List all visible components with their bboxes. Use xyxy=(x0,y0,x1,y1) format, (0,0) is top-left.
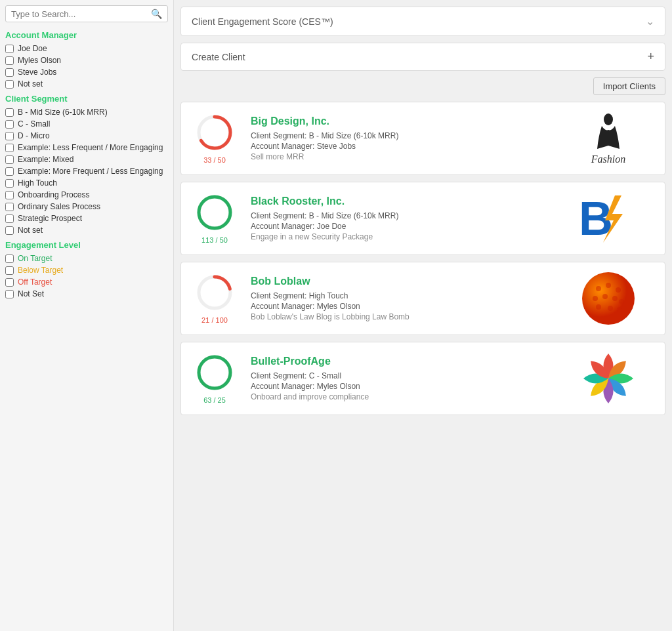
rooster-logo-icon: B xyxy=(576,189,641,248)
filter-label: Joe Doe xyxy=(18,44,47,53)
import-row: Import Clients xyxy=(180,77,665,95)
filter-item[interactable]: Ordinary Sales Process xyxy=(5,202,168,211)
client-segment-section-title: Client Segment xyxy=(5,94,168,104)
filter-checkbox[interactable] xyxy=(5,179,14,188)
filter-label: Example: More Frequent / Less Engaging xyxy=(18,167,163,176)
filter-checkbox[interactable] xyxy=(5,120,14,129)
client-card[interactable]: 63 / 25 Bullet-ProofAge Client Segment: … xyxy=(180,342,665,415)
filter-item[interactable]: Example: More Frequent / Less Engaging xyxy=(5,167,168,176)
filter-checkbox[interactable] xyxy=(5,278,14,287)
filter-label: Example: Mixed xyxy=(18,155,74,164)
filter-checkbox[interactable] xyxy=(5,144,14,152)
filter-label: Ordinary Sales Process xyxy=(18,202,100,211)
filter-item[interactable]: Below Target xyxy=(5,266,168,275)
import-clients-button[interactable]: Import Clients xyxy=(593,77,665,95)
search-container: 🔍 xyxy=(5,5,168,22)
svg-point-12 xyxy=(616,287,621,293)
client-logo xyxy=(562,346,654,411)
filter-label: Not Set xyxy=(18,289,44,298)
orange-ball-icon xyxy=(579,269,638,328)
filter-label: Steve Jobs xyxy=(18,68,56,77)
progress-ring xyxy=(195,273,234,312)
filter-item[interactable]: Example: Less Frequent / More Engaging xyxy=(5,143,168,152)
filter-item[interactable]: High Touch xyxy=(5,178,168,188)
account-manager-section-title: Account Manager xyxy=(5,30,168,40)
client-card[interactable]: 113 / 50 Black Rooster, Inc. Client Segm… xyxy=(180,182,665,255)
filter-checkbox[interactable] xyxy=(5,45,14,53)
filter-label: C - Small xyxy=(18,119,50,129)
filter-item[interactable]: Not set xyxy=(5,226,168,235)
filter-item[interactable]: Not Set xyxy=(5,289,168,298)
filter-checkbox[interactable] xyxy=(5,203,14,211)
filter-item[interactable]: Onboarding Process xyxy=(5,190,168,199)
filter-item[interactable]: Steve Jobs xyxy=(5,68,168,77)
search-input[interactable] xyxy=(11,9,151,19)
svg-point-16 xyxy=(619,299,624,304)
filter-item[interactable]: Myles Olson xyxy=(5,56,168,65)
filter-checkbox[interactable] xyxy=(5,80,14,89)
filter-label: Not set xyxy=(18,226,43,235)
client-segment-filters: B - Mid Size (6-10k MRR) C - Small D - M… xyxy=(5,108,168,235)
svg-point-19 xyxy=(617,307,622,312)
client-logo: B xyxy=(562,186,654,251)
filter-checkbox[interactable] xyxy=(5,266,14,275)
filter-label: Off Target xyxy=(18,277,52,287)
filter-checkbox[interactable] xyxy=(5,56,14,65)
svg-point-2 xyxy=(604,113,613,125)
filter-checkbox[interactable] xyxy=(5,191,14,199)
progress-ring xyxy=(195,113,234,152)
account-manager-filters: Joe Doe Myles Olson Steve Jobs Not set xyxy=(5,44,168,89)
svg-point-17 xyxy=(596,304,601,310)
filter-item[interactable]: C - Small xyxy=(5,119,168,129)
filter-item[interactable]: Off Target xyxy=(5,277,168,287)
filter-item[interactable]: Strategic Prospect xyxy=(5,214,168,223)
filter-label: Not set xyxy=(18,79,43,89)
svg-point-18 xyxy=(608,306,613,311)
client-card[interactable]: 21 / 100 Bob Loblaw Client Segment: High… xyxy=(180,262,665,335)
filter-checkbox[interactable] xyxy=(5,254,14,263)
filter-checkbox[interactable] xyxy=(5,68,14,77)
create-client-label: Create Client xyxy=(192,52,245,62)
filter-label: B - Mid Size (6-10k MRR) xyxy=(18,108,108,117)
filter-item[interactable]: Example: Mixed xyxy=(5,155,168,164)
filter-checkbox[interactable] xyxy=(5,155,14,164)
filter-checkbox[interactable] xyxy=(5,290,14,298)
ces-bar[interactable]: Client Engagement Score (CES™) ⌄ xyxy=(180,7,665,36)
client-card[interactable]: 33 / 50 Big Design, Inc. Client Segment:… xyxy=(180,102,665,175)
filter-item[interactable]: Joe Doe xyxy=(5,44,168,53)
filter-checkbox[interactable] xyxy=(5,132,14,140)
score-circle-container: 21 / 100 xyxy=(192,273,238,324)
filter-checkbox[interactable] xyxy=(5,167,14,176)
pinwheel-icon xyxy=(579,349,638,408)
filter-label: Onboarding Process xyxy=(18,190,89,199)
score-display: 21 / 100 xyxy=(201,316,228,324)
score-circle-container: 33 / 50 xyxy=(192,113,238,164)
main-content: Client Engagement Score (CES™) ⌄ Create … xyxy=(174,0,672,631)
ces-chevron-icon: ⌄ xyxy=(646,15,654,28)
filter-item[interactable]: Not set xyxy=(5,79,168,89)
ces-label: Client Engagement Score (CES™) xyxy=(192,16,333,27)
create-client-plus-icon[interactable]: + xyxy=(647,50,654,64)
client-cards-list: 33 / 50 Big Design, Inc. Client Segment:… xyxy=(180,102,665,415)
progress-ring xyxy=(195,353,234,392)
svg-point-21 xyxy=(199,357,230,388)
score-circle-container: 63 / 25 xyxy=(192,353,238,404)
score-display: 33 / 50 xyxy=(203,156,226,164)
filter-checkbox[interactable] xyxy=(5,108,14,117)
filter-item[interactable]: B - Mid Size (6-10k MRR) xyxy=(5,108,168,117)
score-display: 63 / 25 xyxy=(203,396,226,404)
filter-item[interactable]: On Target xyxy=(5,254,168,263)
sidebar: 🔍 Account Manager Joe Doe Myles Olson St… xyxy=(0,0,174,631)
create-client-bar[interactable]: Create Client + xyxy=(180,43,665,71)
filter-label: High Touch xyxy=(18,178,57,188)
filter-label: Below Target xyxy=(18,266,63,275)
engagement-level-section-title: Engagement Level xyxy=(5,240,168,250)
filter-checkbox[interactable] xyxy=(5,226,14,235)
filter-checkbox[interactable] xyxy=(5,214,14,223)
svg-point-11 xyxy=(606,283,611,288)
search-button[interactable]: 🔍 xyxy=(151,9,162,19)
svg-point-10 xyxy=(596,286,601,291)
client-logo: Fashion xyxy=(562,106,654,171)
filter-item[interactable]: D - Micro xyxy=(5,131,168,140)
svg-point-9 xyxy=(582,272,635,325)
